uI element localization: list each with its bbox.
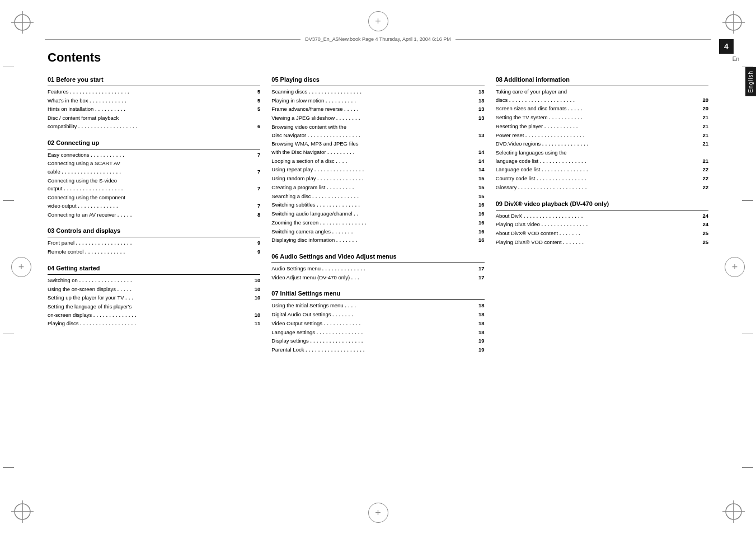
toc-entry-dots: ...: [350, 274, 478, 283]
toc-entry-dots: .....................: [508, 96, 702, 105]
toc-entry: Using random play...............15: [271, 175, 484, 184]
toc-entry-number: 19: [478, 346, 485, 354]
toc-entry-number: 10: [255, 277, 261, 285]
toc-entry-dots: .....: [567, 105, 702, 114]
toc-entry-dots: ...............: [541, 140, 702, 149]
toc-entry-number: 13: [478, 97, 485, 105]
toc-entry: Connecting to an AV receiver.....8: [48, 211, 260, 220]
toc-entry: Displaying disc information.......16: [271, 236, 484, 245]
toc-entry-number: 18: [478, 329, 485, 337]
section-heading: 07 Initial Settings menu: [271, 290, 484, 297]
toc-entry-number: 18: [478, 320, 485, 328]
toc-entry-text: Connecting using a SCART AV: [48, 160, 120, 168]
toc-entry-number: 10: [255, 311, 261, 320]
toc-entry-text: Disc / content format playback: [48, 114, 119, 123]
toc-entry-text: Hints on installation: [48, 105, 93, 114]
toc-entry: Disc Navigator.................13: [271, 132, 484, 140]
toc-entry: Connecting using the S-video: [48, 177, 260, 185]
toc-entry-text: Zooming the screen: [271, 219, 318, 227]
toc-entry-text: Switching on: [48, 277, 78, 285]
section-divider: [271, 299, 484, 300]
toc-entry: Playing discs..................11: [48, 320, 260, 329]
toc-entry-text: Connecting using the S-video: [48, 177, 117, 185]
toc-entry: Language code list...............22: [496, 166, 708, 175]
toc-entry-dots: ...............: [539, 157, 702, 166]
toc-entry-number: 7: [257, 151, 260, 160]
toc-entry-dots: ...............: [316, 329, 478, 338]
toc-entry-dots: ...............: [319, 219, 478, 228]
toc-entry-text: with the Disc Navigator: [271, 148, 326, 157]
toc-entry-dots: .....: [116, 285, 254, 294]
toc-entry: Disc / content format playback: [48, 114, 260, 123]
section-heading: 08 Additional information: [496, 76, 708, 83]
toc-entry: Setting the TV system...........21: [496, 114, 708, 123]
toc-entry-dots: ...........: [90, 151, 257, 160]
toc-entry-dots: ...................: [523, 212, 702, 221]
toc-entry-dots: .................: [309, 337, 478, 346]
toc-entry-dots: .......: [558, 229, 702, 238]
toc-entry-dots: ................: [313, 166, 478, 175]
toc-entry: Using the on-screen displays.....10: [48, 285, 260, 294]
toc-entry-dots: .......: [335, 236, 478, 245]
toc-entry: Video Adjust menu (DV-470 only)...17: [271, 274, 484, 283]
toc-entry-text: Searching a disc: [271, 193, 311, 201]
toc-entry-dots: .............: [84, 248, 257, 257]
toc-entry-number: 25: [702, 238, 708, 247]
toc-entry-dots: ...........: [543, 123, 702, 132]
toc-entry-number: 11: [255, 320, 261, 328]
toc-entry-number: 15: [478, 193, 485, 201]
toc-entry-number: 5: [257, 97, 260, 105]
toc-entry-number: 7: [257, 202, 260, 210]
toc-entry: Easy connections...........7: [48, 151, 260, 160]
toc-entry: Using repeat play................14: [271, 166, 484, 175]
toc-entry-text: Digital Audio Out settings: [271, 311, 331, 319]
section-heading: 01 Before you start: [48, 76, 260, 83]
toc-entry-number: 16: [478, 228, 485, 236]
section-divider: [496, 210, 708, 210]
toc-entry-dots: ...................: [63, 185, 257, 194]
toc-entry: Language settings...............18: [271, 329, 484, 338]
toc-entry: Audio Settings menu..............17: [271, 265, 484, 274]
toc-entry-text: Display settings: [271, 337, 309, 345]
toc-entry-number: 21: [702, 140, 708, 148]
toc-entry-dots: ..........: [94, 105, 257, 114]
page-number-badge: 4: [719, 39, 734, 54]
toc-entry-text: Video Output settings: [271, 320, 322, 328]
toc-entry-text: Glossary: [496, 184, 516, 192]
toc-entry-dots: ...................: [524, 132, 702, 140]
toc-entry-number: 21: [702, 132, 708, 140]
toc-entry-number: 18: [478, 311, 485, 319]
toc-entry: Setting up the player for your TV...10: [48, 294, 260, 303]
toc-entry-dots: ..........: [325, 97, 478, 106]
toc-entry-dots: .......: [331, 311, 478, 320]
toc-entry-text: Features: [48, 88, 69, 96]
reg-mark-left: [11, 257, 31, 277]
toc-entry: Front panel..................9: [48, 239, 260, 248]
toc-entry-dots: ...................: [69, 88, 257, 97]
toc-entry-text: Resetting the player: [496, 123, 543, 131]
toc-entry-dots: .............: [77, 202, 257, 211]
toc-entry-dots: .................: [307, 132, 478, 140]
toc-entry-number: 25: [702, 229, 708, 238]
toc-entry-text: Video Adjust menu (DV-470 only): [271, 274, 350, 282]
toc-entry: Zooming the screen...............16: [271, 219, 484, 228]
english-language-tab: English: [745, 67, 756, 96]
toc-entry-dots: ................: [536, 175, 702, 184]
toc-entry-text: About DivX: [496, 212, 523, 221]
toc-entry: What's in the box............5: [48, 97, 260, 106]
toc-entry: language code list...............21: [496, 157, 708, 166]
toc-entry-dots: ...................: [61, 168, 257, 177]
toc-entry-number: 13: [478, 105, 485, 114]
toc-entry-number: 21: [702, 157, 708, 166]
toc-entry: compatibility...................6: [48, 123, 260, 132]
toc-entry-dots: ...: [125, 294, 254, 303]
toc-entry-dots: ....: [344, 302, 478, 311]
toc-entry-dots: ...............: [312, 193, 478, 202]
toc-entry-text: Country code list: [496, 175, 536, 183]
page-lang-code: En: [732, 56, 739, 62]
section-divider: [48, 237, 260, 237]
toc-entry: Browsing WMA, MP3 and JPEG files: [271, 140, 484, 148]
toc-entry-number: 22: [702, 184, 708, 192]
toc-entry-text: Switching subtitles: [271, 201, 315, 209]
toc-entry: Switching camera angles.......16: [271, 228, 484, 237]
